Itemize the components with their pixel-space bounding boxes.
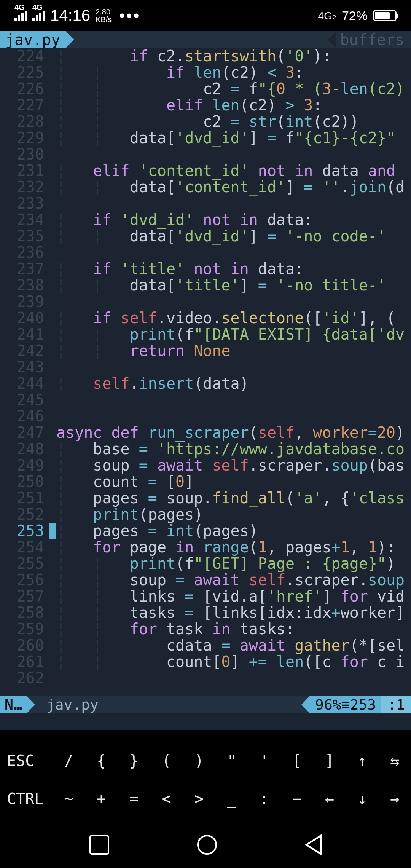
- key-:[interactable]: :: [248, 790, 281, 807]
- code-text: ¦ ¦ cdata = await gather(*[sel: [49, 637, 405, 654]
- key-←[interactable]: ←: [313, 790, 346, 807]
- key-][interactable]: ]: [313, 752, 346, 769]
- statusline-sep2-icon: [301, 696, 310, 713]
- code-line[interactable]: 225¦ ¦ if len(c2) < 3:: [0, 64, 411, 81]
- key-)[interactable]: ): [183, 752, 215, 769]
- code-line[interactable]: 261¦ ¦ count[0] += len([c for c i: [0, 654, 411, 670]
- code-line[interactable]: 239: [0, 294, 411, 310]
- code-line[interactable]: 256¦ ¦ soup = await self.scraper.soup: [0, 572, 411, 588]
- home-button[interactable]: [197, 835, 217, 855]
- code-line[interactable]: 250¦ count = [0]: [0, 474, 411, 490]
- line-number: 244: [0, 375, 49, 392]
- code-text: ¦ if c2.startswith('0'):: [49, 48, 331, 64]
- key-}[interactable]: }: [118, 752, 150, 769]
- key-→[interactable]: →: [378, 790, 411, 807]
- code-line[interactable]: 228¦ ¦ c2 = str(int(c2)): [0, 113, 411, 130]
- code-text: [49, 359, 56, 375]
- key-/[interactable]: /: [53, 752, 85, 769]
- key-=[interactable]: =: [118, 790, 150, 807]
- code-text: ¦ count = [0]: [49, 474, 194, 490]
- code-line[interactable]: 247async def run_scraper(self, worker=20…: [0, 424, 411, 441]
- key-ctrl[interactable]: CTRL: [0, 790, 53, 807]
- key-esc[interactable]: ESC: [0, 752, 53, 769]
- code-line[interactable]: 257¦ ¦ links = [vid.a['href'] for vid: [0, 588, 411, 605]
- code-line[interactable]: 243: [0, 359, 411, 375]
- code-line[interactable]: 245: [0, 392, 411, 408]
- code-area[interactable]: 224¦ if c2.startswith('0'):225¦ ¦ if len…: [0, 48, 411, 696]
- code-text: [49, 392, 56, 408]
- code-line[interactable]: 249¦ soup = await self.scraper.soup(bas: [0, 457, 411, 474]
- code-line[interactable]: 229¦ ¦ data['dvd_id'] = f"{c1}-{c2}": [0, 130, 411, 146]
- command-line[interactable]: [0, 713, 411, 730]
- code-line[interactable]: 244¦ self.insert(data): [0, 375, 411, 392]
- key-_[interactable]: _: [215, 790, 248, 807]
- line-number: 246: [0, 408, 49, 424]
- key-'[interactable]: ': [248, 752, 281, 769]
- more-icon: •••: [119, 6, 140, 25]
- tab-current[interactable]: jav.py: [0, 31, 66, 48]
- code-line[interactable]: 240¦ if self.video.selectone(['id'], (: [0, 310, 411, 326]
- key-↓[interactable]: ↓: [346, 790, 379, 807]
- key-+[interactable]: +: [85, 790, 118, 807]
- android-status-bar: 4G 4G 14:16 2.80 KB/s ••• 4G₂ 72%: [0, 0, 411, 31]
- code-line[interactable]: 253¦ pages = int(pages): [0, 523, 411, 539]
- code-line[interactable]: 262: [0, 670, 411, 686]
- code-text: [49, 670, 56, 686]
- code-line[interactable]: 248¦ base = 'https://www.javdatabase.co: [0, 441, 411, 457]
- code-text: ¦ ¦ elif len(c2) > 3:: [49, 97, 322, 113]
- code-line[interactable]: 232¦ ¦ data['content_id'] = ''.join(d: [0, 179, 411, 195]
- line-number: 241: [0, 326, 49, 343]
- signal-sim1-icon: 4G: [14, 10, 27, 21]
- code-line[interactable]: 236: [0, 244, 411, 261]
- code-text: ¦ ¦ for task in tasks:: [49, 621, 295, 637]
- code-line[interactable]: 260¦ ¦ cdata = await gather(*[sel: [0, 637, 411, 654]
- clock: 14:16: [50, 6, 90, 25]
- key-~[interactable]: ~: [53, 790, 85, 807]
- code-line[interactable]: 246: [0, 408, 411, 424]
- code-text: ¦ ¦ data['dvd_id'] = f"{c1}-{c2}": [49, 130, 395, 146]
- code-line[interactable]: 254¦ for page in range(1, pages+1, 1):: [0, 539, 411, 555]
- code-line[interactable]: 237¦ if 'title' not in data:: [0, 261, 411, 277]
- code-line[interactable]: 234¦ if 'dvd_id' not in data:: [0, 212, 411, 228]
- code-line[interactable]: 224¦ if c2.startswith('0'):: [0, 48, 411, 64]
- code-text: ¦ self.insert(data): [49, 375, 249, 392]
- line-number: 255: [0, 555, 49, 572]
- code-line[interactable]: 231¦ elif 'content_id' not in data and: [0, 163, 411, 179]
- code-text: ¦ pages = soup.find_all('a', {'class: [49, 490, 405, 506]
- back-button[interactable]: [305, 834, 322, 855]
- code-text: ¦ ¦ return None: [49, 343, 231, 359]
- key-−[interactable]: −: [280, 790, 313, 807]
- tab-buffers[interactable]: buffers: [328, 31, 411, 48]
- key-<[interactable]: <: [150, 790, 183, 807]
- code-line[interactable]: 241¦ ¦ print(f"[DATA EXIST] {data['dv: [0, 326, 411, 343]
- key-{[interactable]: {: [85, 752, 118, 769]
- code-line[interactable]: 233: [0, 195, 411, 212]
- key-"[interactable]: ": [215, 752, 248, 769]
- line-number: 236: [0, 244, 49, 261]
- code-line[interactable]: 242¦ ¦ return None: [0, 343, 411, 359]
- tabline[interactable]: jav.py buffers: [0, 31, 411, 48]
- code-text: ¦ elif 'content_id' not in data and: [49, 163, 405, 179]
- code-line[interactable]: 259¦ ¦ for task in tasks:: [0, 621, 411, 637]
- key-↑[interactable]: ↑: [346, 752, 379, 769]
- code-line[interactable]: 226¦ ¦ c2 = f"{0 * (3-len(c2): [0, 81, 411, 97]
- code-line[interactable]: 227¦ ¦ elif len(c2) > 3:: [0, 97, 411, 113]
- key-⇆[interactable]: ⇆: [378, 752, 411, 769]
- code-line[interactable]: 258¦ ¦ tasks = [links[idx:idx+worker]: [0, 605, 411, 621]
- key-[[interactable]: [: [280, 752, 313, 769]
- code-line[interactable]: 238¦ ¦ data['title'] = '-no title-': [0, 277, 411, 294]
- code-line[interactable]: 255¦ ¦ print(f"[GET] Page : {page}"): [0, 555, 411, 572]
- mode-indicator: N…: [0, 696, 27, 713]
- key->[interactable]: >: [183, 790, 215, 807]
- code-line[interactable]: 235¦ ¦ data['dvd_id'] = '-no code-': [0, 228, 411, 244]
- android-nav-bar: [0, 822, 411, 868]
- status-left: 4G 4G 14:16 2.80 KB/s •••: [14, 6, 140, 25]
- termux-extra-keys: ESC/{}()"'[]↑⇆ CTRL~+=<>_:−←↓→: [0, 730, 411, 822]
- code-line[interactable]: 251¦ pages = soup.find_all('a', {'class: [0, 490, 411, 506]
- key-([interactable]: (: [150, 752, 183, 769]
- code-line[interactable]: 252¦ print(pages): [0, 506, 411, 523]
- code-line[interactable]: 230: [0, 146, 411, 163]
- line-number: 231: [0, 163, 49, 179]
- recents-button[interactable]: [89, 835, 109, 855]
- statusline-file: jav.py: [35, 697, 99, 713]
